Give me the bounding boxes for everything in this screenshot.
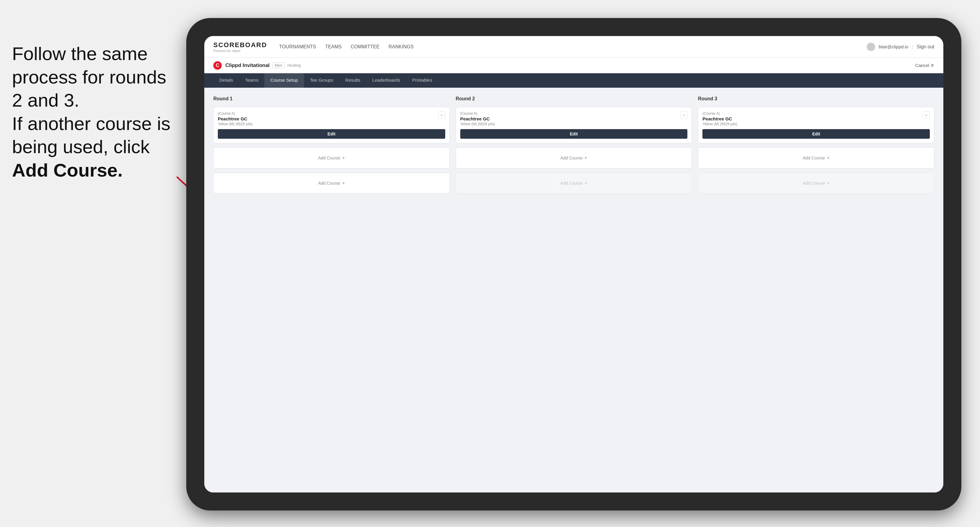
instruction-text: Follow the same process for rounds 2 and… (12, 43, 170, 181)
course-name-2: Peachtree GC (460, 116, 495, 121)
course-delete-button[interactable]: ○ (438, 111, 445, 119)
plus-icon: + (342, 155, 345, 161)
plus-icon-5: + (827, 155, 829, 161)
round-3-add-course-2-button: Add Course + (698, 173, 934, 194)
logo-area: SCOREBOARD Powered by clippd (213, 41, 267, 52)
tab-details[interactable]: Details (213, 73, 239, 88)
tablet-screen: SCOREBOARD Powered by clippd TOURNAMENTS… (204, 36, 943, 492)
round-1-column: Round 1 (Course A) Peachtree GC Yellow (… (213, 96, 450, 194)
course-label-2: (Course A) (460, 111, 495, 116)
round-2-column: Round 2 (Course A) Peachtree GC Yellow (… (456, 96, 692, 194)
tab-tee-groups[interactable]: Tee Groups (304, 73, 339, 88)
course-label-3: (Course A) (702, 111, 737, 116)
tournament-title: Clippd Invitational (225, 62, 269, 68)
sign-out-link[interactable]: Sign out (916, 43, 934, 51)
round-2-add-course-button[interactable]: Add Course + (456, 148, 692, 168)
tournament-badge: Men (272, 62, 284, 68)
tab-course-setup[interactable]: Course Setup (264, 73, 304, 88)
course-info-2: (Course A) Peachtree GC Yellow (M) (6629… (460, 111, 495, 129)
add-course-label-3: Add Course + (803, 155, 829, 161)
round-3-title: Round 3 (698, 96, 934, 102)
round-2-add-course-2-button: Add Course + (456, 173, 692, 194)
top-nav: SCOREBOARD Powered by clippd TOURNAMENTS… (204, 36, 943, 58)
round-2-title: Round 2 (456, 96, 692, 102)
card-header: (Course A) Peachtree GC Yellow (M) (6629… (218, 111, 445, 129)
add-course-2-label-3: Add Course + (803, 181, 829, 186)
add-course-label-2: Add Course + (560, 155, 587, 161)
user-email: blair@clippd.io (879, 44, 908, 49)
nav-separator: | (912, 44, 913, 49)
course-details: Yellow (M) (6629 yds) (218, 122, 253, 126)
nav-tournaments[interactable]: TOURNAMENTS (279, 43, 316, 51)
tab-printables[interactable]: Printables (406, 73, 438, 88)
tab-results[interactable]: Results (339, 73, 366, 88)
round-3-edit-button[interactable]: Edit (702, 129, 930, 139)
round-1-edit-button[interactable]: Edit (218, 129, 445, 139)
plus-icon-4: + (584, 181, 587, 186)
tablet-frame: SCOREBOARD Powered by clippd TOURNAMENTS… (186, 18, 961, 511)
user-avatar (867, 43, 875, 51)
plus-icon-3: + (584, 155, 587, 161)
brand-logo: C (213, 61, 222, 70)
scoreboard-logo: SCOREBOARD (213, 41, 267, 49)
course-delete-button-2[interactable]: ○ (680, 111, 687, 119)
round-3-add-course-button[interactable]: Add Course + (698, 148, 934, 168)
round-1-course-card: (Course A) Peachtree GC Yellow (M) (6629… (213, 107, 450, 143)
logo-subtitle: Powered by clippd (213, 49, 267, 52)
course-details-3: Yellow (M) (6629 yds) (702, 122, 737, 126)
round-2-course-card: (Course A) Peachtree GC Yellow (M) (6629… (456, 107, 692, 143)
tab-leaderboards[interactable]: Leaderboards (366, 73, 406, 88)
hosting-status: Hosting (288, 63, 301, 68)
course-name: Peachtree GC (218, 116, 253, 121)
cancel-button[interactable]: Cancel ✕ (915, 63, 934, 68)
add-course-2-label-2: Add Course + (560, 181, 587, 186)
course-delete-button-3[interactable]: ○ (923, 111, 930, 119)
course-name-3: Peachtree GC (702, 116, 737, 121)
card-header-3: (Course A) Peachtree GC Yellow (M) (6629… (702, 111, 930, 129)
delete-icon-2: ○ (682, 113, 685, 117)
course-info-3: (Course A) Peachtree GC Yellow (M) (6629… (702, 111, 737, 129)
round-2-edit-button[interactable]: Edit (460, 129, 688, 139)
tab-teams[interactable]: Teams (239, 73, 264, 88)
nav-teams[interactable]: TEAMS (325, 43, 342, 51)
instruction-panel: Follow the same process for rounds 2 and… (0, 42, 186, 182)
sub-header: C Clippd Invitational Men Hosting Cancel… (204, 58, 943, 73)
cancel-icon: ✕ (931, 63, 934, 68)
nav-links: TOURNAMENTS TEAMS COMMITTEE RANKINGS (279, 43, 867, 51)
delete-icon: ○ (440, 113, 442, 117)
course-details-2: Yellow (M) (6629 yds) (460, 122, 495, 126)
nav-rankings[interactable]: RANKINGS (388, 43, 414, 51)
round-3-column: Round 3 (Course A) Peachtree GC Yellow (… (698, 96, 934, 194)
course-info: (Course A) Peachtree GC Yellow (M) (6629… (218, 111, 253, 129)
round-1-title: Round 1 (213, 96, 450, 102)
main-content: Round 1 (Course A) Peachtree GC Yellow (… (204, 88, 943, 492)
course-label: (Course A) (218, 111, 253, 116)
plus-icon-6: + (827, 181, 829, 186)
delete-icon-3: ○ (925, 113, 928, 117)
rounds-grid: Round 1 (Course A) Peachtree GC Yellow (… (213, 96, 934, 194)
round-3-course-card: (Course A) Peachtree GC Yellow (M) (6629… (698, 107, 934, 143)
nav-committee[interactable]: COMMITTEE (351, 43, 379, 51)
round-1-add-course-2-button[interactable]: Add Course + (213, 173, 450, 194)
round-1-add-course-button[interactable]: Add Course + (213, 148, 450, 168)
add-course-2-label: Add Course + (318, 181, 345, 186)
tab-bar: Details Teams Course Setup Tee Groups Re… (204, 73, 943, 88)
nav-right: blair@clippd.io | Sign out (867, 43, 934, 51)
card-header-2: (Course A) Peachtree GC Yellow (M) (6629… (460, 111, 688, 129)
add-course-label: Add Course + (318, 155, 345, 161)
plus-icon-2: + (342, 181, 345, 186)
